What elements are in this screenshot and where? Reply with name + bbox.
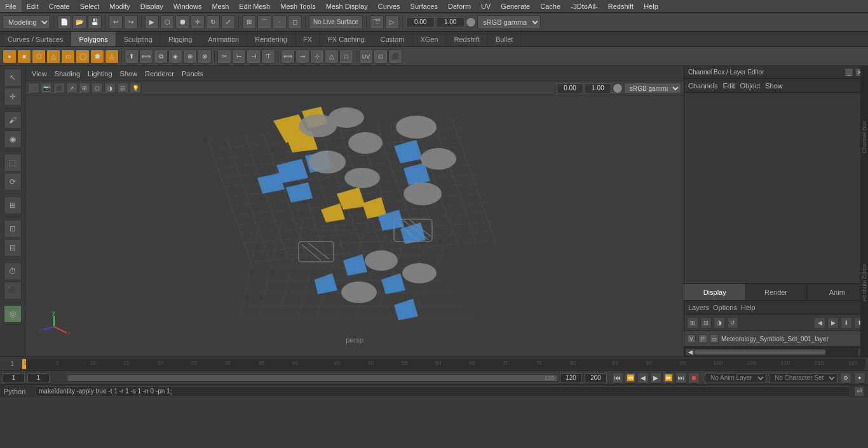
value2-input[interactable] [436, 17, 465, 27]
menu-edit-mesh[interactable]: Edit Mesh [234, 0, 275, 12]
tab-polygons[interactable]: Polygons [71, 32, 116, 46]
play-fwd-btn[interactable]: ▶ [650, 372, 661, 384]
colorspace-dropdown[interactable]: sRGB gamma [477, 15, 541, 29]
combine-btn[interactable]: ⊕ [183, 50, 197, 64]
range-end3-input[interactable] [585, 373, 607, 383]
history-btn[interactable]: ⏱ [4, 262, 22, 280]
range-end-input[interactable] [535, 374, 554, 382]
snap-curve-btn[interactable]: ⌒ [257, 15, 271, 29]
panel-minimize-btn[interactable]: _ [844, 68, 853, 77]
layer-scroll-left-btn[interactable]: ◀ [814, 317, 825, 329]
bevel-btn[interactable]: ⧉ [154, 50, 168, 64]
vp-cam2-btn[interactable]: 📷 [41, 83, 52, 94]
object-menu[interactable]: Object [740, 82, 760, 90]
menu-curves[interactable]: Curves [373, 0, 405, 12]
poly-cyl-btn[interactable]: ⬡ [32, 50, 46, 64]
scrollbar-left-btn[interactable]: ◀ [686, 348, 695, 356]
tab-animation[interactable]: Animation [200, 32, 247, 46]
bridge-btn[interactable]: ⟺ [139, 50, 153, 64]
tab-anim[interactable]: Anim [807, 284, 868, 300]
menu-uv[interactable]: UV [476, 0, 496, 12]
marquee-btn[interactable]: ⬚ [4, 154, 22, 172]
snap-point-btn[interactable]: · [273, 15, 287, 29]
menu-surfaces[interactable]: Surfaces [405, 0, 443, 12]
record-btn[interactable]: ⏺ [688, 372, 700, 384]
tab-rendering[interactable]: Rendering [247, 32, 295, 46]
vp-light-btn[interactable]: 💡 [130, 83, 141, 94]
insert-edge-btn[interactable]: ⊢ [232, 50, 246, 64]
redo-btn[interactable]: ↪ [124, 15, 138, 29]
layer-scroll-right-btn[interactable]: ▶ [827, 317, 839, 329]
menu-cache[interactable]: Cache [535, 0, 566, 12]
menu-mesh-display[interactable]: Mesh Display [321, 0, 373, 12]
play-back-btn[interactable]: ◀ [637, 372, 649, 384]
smooth-btn[interactable]: ⊸ [295, 50, 309, 64]
select-btn[interactable]: ▶ [145, 15, 159, 29]
range-slider[interactable] [67, 374, 557, 383]
uv-planar-btn[interactable]: ⊡ [374, 50, 388, 64]
lattice-btn[interactable]: ⬛ [4, 282, 22, 299]
anim-settings-btn[interactable]: ⚙ [840, 372, 851, 384]
menu-select[interactable]: Select [75, 0, 105, 12]
poly-prism-btn[interactable]: ⬟ [90, 50, 104, 64]
render-btn[interactable]: 🎬 [370, 15, 384, 29]
goto-end-btn[interactable]: ⏭ [675, 372, 687, 384]
poly-torus-btn[interactable]: ◯ [76, 50, 90, 64]
frame-end-input[interactable] [52, 373, 65, 383]
menu-generate[interactable]: Generate [496, 0, 535, 12]
lasso-btn[interactable]: ⬡ [160, 15, 174, 29]
transform-btn[interactable]: ✛ [4, 88, 22, 105]
tab-fx[interactable]: FX [295, 32, 320, 46]
paint-sel-btn[interactable]: 🖌 [4, 111, 22, 129]
vp-menu-lighting[interactable]: Lighting [85, 70, 115, 78]
paint-weights-btn[interactable]: ⬛ [388, 50, 402, 64]
menu-deform[interactable]: Deform [443, 0, 476, 12]
uv-editor-btn[interactable]: UV [359, 50, 373, 64]
vp-menu-renderer[interactable]: Renderer [142, 70, 177, 78]
menu-file[interactable]: File [0, 0, 22, 12]
vp-grid-btn[interactable]: ⊞ [79, 83, 90, 94]
separate-btn[interactable]: ⊗ [198, 50, 212, 64]
vp-colorspace-sel[interactable]: sRGB gamma [624, 83, 681, 94]
tab-sculpting[interactable]: Sculpting [116, 32, 161, 46]
snap-grid-btn[interactable]: ⊞ [242, 15, 256, 29]
vp-camera-btn[interactable]: 🎥 [28, 83, 39, 94]
snap-rel-btn[interactable]: ⊟ [4, 239, 22, 257]
sculpt-btn[interactable]: ◉ [4, 130, 22, 148]
extrude-btn[interactable]: ⬆ [125, 50, 139, 64]
save-file-btn[interactable]: 💾 [88, 15, 102, 29]
range-end2-input[interactable] [560, 373, 582, 383]
tab-rigging[interactable]: Rigging [161, 32, 200, 46]
scrollbar-thumb[interactable] [695, 350, 825, 355]
delete-edge-btn[interactable]: ⊣ [247, 50, 261, 64]
menu-create[interactable]: Create [44, 0, 75, 12]
connect-btn[interactable]: ⊤ [261, 50, 275, 64]
tab-custom[interactable]: Custom [373, 32, 413, 46]
anim-layer-select[interactable]: No Anim Layer [705, 373, 766, 383]
move-btn[interactable]: ✛ [191, 15, 205, 29]
menu-display[interactable]: Display [135, 0, 168, 12]
menu-windows[interactable]: Windows [168, 0, 207, 12]
tab-redshift[interactable]: Redshift [447, 32, 488, 46]
vp-shaded-btn[interactable]: ◑ [104, 83, 116, 94]
command-line-input[interactable] [36, 386, 850, 397]
live-surface-btn[interactable]: No Live Surface [309, 15, 363, 29]
cut-tool-btn[interactable]: ✂ [217, 50, 231, 64]
layer-vis-toggle[interactable]: V [687, 334, 696, 343]
vp-menu-view[interactable]: View [29, 70, 50, 78]
menu-mesh[interactable]: Mesh [207, 0, 234, 12]
workspace-dropdown[interactable]: Modeling [3, 15, 50, 29]
reduce-btn[interactable]: ⊹ [310, 50, 324, 64]
new-file-btn[interactable]: 📄 [57, 15, 71, 29]
goto-start-btn[interactable]: ⏮ [612, 372, 623, 384]
cmd-enter-btn[interactable]: ⏎ [854, 386, 864, 397]
menu-redshift[interactable]: Redshift [603, 0, 639, 12]
new-layer-btn[interactable]: ⊞ [687, 317, 698, 329]
tab-curves-surfaces[interactable]: Curves / Surfaces [0, 32, 71, 46]
layers-scrollbar[interactable]: ◀ ▶ [684, 346, 868, 356]
tab-display[interactable]: Display [684, 284, 745, 300]
step-fwd-btn[interactable]: ⏩ [663, 372, 674, 384]
triangulate-btn[interactable]: △ [325, 50, 339, 64]
menu-help[interactable]: Help [639, 0, 663, 12]
character-set-select[interactable]: No Character Set [769, 373, 837, 383]
